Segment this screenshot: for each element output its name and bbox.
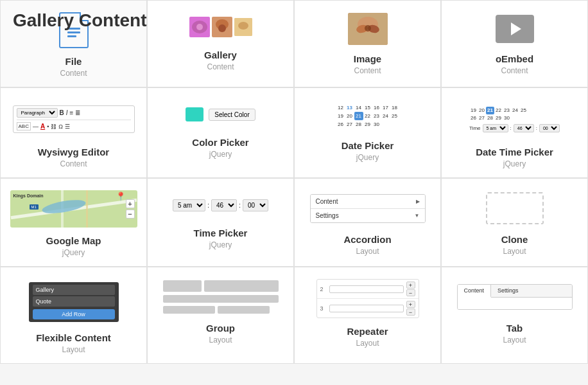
wysiwyg-dot: • [47,123,49,130]
svg-point-5 [238,22,248,30]
wysiwyg-preview: Paragraph B I ≡ ≣ ABC — A • ⛓ Ω ☰ [8,98,139,140]
wysiwyg-chain[interactable]: ⛓ [51,123,56,130]
clone-preview [449,189,580,228]
tab-preview: Content Settings [457,284,573,310]
card-repeater[interactable]: 2 + − 3 + − Repeater Layout [294,267,441,364]
repeater-row-num-2: 2 [320,286,327,292]
googlemap-preview: M1 Kings Domain 📍 + − [8,189,139,229]
tab-settings-button[interactable]: Settings [491,285,525,297]
wysiwyg-abc[interactable]: ABC [17,122,31,130]
card-googlemap[interactable]: M1 Kings Domain 📍 + − Google Map jQuery [0,178,147,267]
clone-title: Clone [501,234,528,245]
accordion-arrow-settings: ▼ [415,213,420,219]
card-clone[interactable]: Clone Layout [441,178,588,267]
card-oembed[interactable]: oEmbed Content [441,0,588,87]
dtp-sec-select[interactable]: 00 [539,124,560,132]
repeater-preview: 2 + − 3 + − [316,279,419,318]
image-subtitle: Content [354,66,381,75]
accordion-preview: Content ▶ Settings ▼ [310,194,426,223]
svg-point-10 [365,25,371,31]
accordion-label-settings: Settings [316,212,339,219]
datepicker-preview: 12131415161718 19202122232425 2627282930 [302,98,433,134]
card-datepicker[interactable]: 12131415161718 19202122232425 2627282930… [294,87,441,178]
repeater-remove-btn-2[interactable]: − [406,309,415,316]
gallery-subtitle: Content [207,62,234,71]
datepicker-subtitle: jQuery [356,153,379,162]
googlemap-title: Google Map [46,235,101,246]
tab-title: Tab [506,323,523,334]
wysiwyg-align[interactable]: ☰ [65,123,70,130]
dtp-hour-select[interactable]: 5 am [483,124,508,132]
card-tab[interactable]: Content Settings Tab Layout [441,267,588,364]
wysiwyg-subtitle: Content [60,159,87,168]
wysiwyg-title: Wysiwyg Editor [38,147,109,157]
timepicker-preview: 5 am : 46 : 00 [155,189,286,221]
oembed-subtitle: Content [501,66,528,75]
wysiwyg-bold[interactable]: B [60,109,64,116]
file-preview [8,11,139,49]
card-flexiblecontent[interactable]: Gallery Quote Add Row Flexible Content L… [0,267,147,364]
timepicker-title: Time Picker [194,228,248,238]
colorpicker-preview: Select Color [155,98,286,130]
tab-content-button[interactable]: Content [458,285,492,298]
clone-preview-box [486,192,544,224]
datetimepicker-subtitle: jQuery [503,159,526,168]
accordion-arrow-content: ▶ [416,199,420,204]
oembed-title: oEmbed [496,53,533,64]
oembed-preview [449,11,580,47]
gallery-preview [155,11,286,43]
datetime-picker: 19202122232425 2627282930 Time 5 am : 46… [469,107,560,132]
repeater-subtitle: Layout [356,339,379,348]
dtp-min-select[interactable]: 46 [514,124,534,132]
card-group[interactable]: Group Layout [147,267,294,364]
date-picker-table: 12131415161718 19202122232425 2627282930 [336,103,399,129]
map-zoom-out-button[interactable]: − [126,210,135,219]
card-accordion[interactable]: Content ▶ Settings ▼ Accordion Layout [294,178,441,267]
svg-point-3 [218,24,226,32]
card-gallery[interactable]: Gallery Content [147,0,294,87]
wysiwyg-dash: — [33,123,39,130]
card-wysiwyg[interactable]: Paragraph B I ≡ ≣ ABC — A • ⛓ Ω ☰ Wysiwy… [0,87,147,178]
group-subtitle: Layout [209,336,232,345]
flexiblecontent-preview: Gallery Quote Add Row [8,278,139,326]
card-timepicker[interactable]: 5 am : 46 : 00 Time Picker jQuery [147,178,294,267]
gallery-title: Gallery [204,49,237,60]
flex-item-gallery: Gallery [33,285,115,295]
googlemap-subtitle: jQuery [62,248,85,257]
tab-preview: Content Settings [449,278,580,316]
datepicker-title: Date Picker [342,140,394,151]
tp-sep1: : [207,201,209,209]
clone-subtitle: Layout [503,247,526,256]
tp-hour-select[interactable]: 5 am [173,199,205,211]
wysiwyg-omega[interactable]: Ω [58,123,63,130]
add-row-button[interactable]: Add Row [33,309,115,319]
file-subtitle: Content [60,69,87,78]
timepicker-subtitle: jQuery [209,240,232,249]
card-datetimepicker[interactable]: 19202122232425 2627282930 Time 5 am : 46… [441,87,588,178]
repeater-add-btn-2[interactable]: + [406,301,415,308]
tp-min-select[interactable]: 46 [211,199,237,211]
card-image[interactable]: Image Content [294,0,441,87]
accordion-item-content[interactable]: Content ▶ [311,195,425,209]
select-color-button[interactable]: Select Color [209,109,255,121]
map-zoom-in-button[interactable]: + [126,199,135,208]
group-title: Group [206,323,235,334]
wysiwyg-format-select[interactable]: Paragraph [17,108,58,118]
card-colorpicker[interactable]: Select Color Color Picker jQuery [147,87,294,178]
wysiwyg-ol[interactable]: ≣ [75,109,80,116]
wysiwyg-ul[interactable]: ≡ [70,109,74,116]
map-pin-icon: 📍 [116,192,126,201]
repeater-remove-btn[interactable]: − [406,289,415,296]
google-map-preview: M1 Kings Domain 📍 + − [10,190,137,228]
card-file[interactable]: File Content [0,0,147,87]
wysiwyg-color-a[interactable]: A [40,123,45,130]
wysiwyg-italic[interactable]: I [66,109,68,116]
repeater-add-btn[interactable]: + [406,282,415,289]
accordion-item-settings[interactable]: Settings ▼ [311,209,425,222]
repeater-row-num-3: 3 [320,305,327,312]
image-title: Image [354,53,381,64]
time-picker-preview: 5 am : 46 : 00 [173,199,268,211]
file-title: File [65,56,82,67]
color-swatch [186,107,203,121]
tp-sec-select[interactable]: 00 [243,199,268,211]
